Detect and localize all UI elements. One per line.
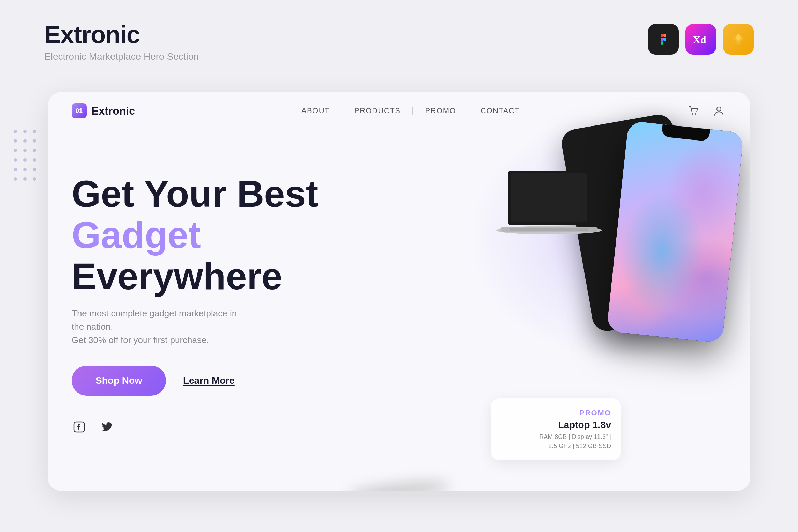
learn-more-button[interactable]: Learn More xyxy=(183,375,235,386)
twitter-icon[interactable] xyxy=(99,419,114,434)
promo-specs: RAM 8GB | Display 11.6" | 2.5 GHz | 512 … xyxy=(501,432,611,451)
hero-card: 01 Extronic ABOUT PRODUCTS PROMO CONTACT xyxy=(48,92,750,491)
facebook-icon[interactable] xyxy=(72,419,87,434)
promo-product: Laptop 1.8v xyxy=(501,419,611,430)
nav-logo-icon: 01 xyxy=(72,103,87,118)
nav-link-promo[interactable]: PROMO xyxy=(413,106,468,115)
dot-grid-decoration xyxy=(14,130,36,181)
hero-line1: Get Your Best xyxy=(72,173,318,215)
brand-subtitle: Electronic Marketplace Hero Section xyxy=(44,51,199,62)
hero-headline: Get Your Best Gadget Everywhere xyxy=(72,173,379,297)
hero-line2-rest: Everywhere xyxy=(72,255,282,297)
svg-rect-3 xyxy=(661,41,663,45)
svg-point-10 xyxy=(717,107,721,111)
top-bar: Extronic Electronic Marketplace Hero Sec… xyxy=(0,20,798,62)
nav-logo: 01 Extronic xyxy=(72,103,135,118)
hero-subtext: The most complete gadget marketplace in … xyxy=(72,307,242,347)
brand-title: Extronic xyxy=(44,20,199,48)
social-icons xyxy=(72,419,750,434)
marble-swirl xyxy=(607,121,744,343)
promo-card: PROMO Laptop 1.8v RAM 8GB | Display 11.6… xyxy=(491,398,621,460)
nav-link-about[interactable]: ABOUT xyxy=(289,106,342,115)
xd-icon: Xd xyxy=(685,24,716,55)
card-nav: 01 Extronic ABOUT PRODUCTS PROMO CONTACT xyxy=(48,92,750,130)
svg-rect-2 xyxy=(661,38,663,41)
nav-logo-text: Extronic xyxy=(91,105,135,117)
svg-point-4 xyxy=(663,38,666,41)
user-icon[interactable] xyxy=(711,103,726,118)
svg-rect-1 xyxy=(663,34,666,37)
nav-links: ABOUT PRODUCTS PROMO CONTACT xyxy=(289,106,532,115)
phone-screen xyxy=(607,121,744,343)
svg-rect-0 xyxy=(661,34,663,37)
nav-link-products[interactable]: PRODUCTS xyxy=(342,106,413,115)
svg-rect-16 xyxy=(510,228,588,231)
hero-accent: Gadget xyxy=(72,214,201,256)
tool-icons: Xd xyxy=(648,24,754,55)
svg-text:Xd: Xd xyxy=(693,34,706,45)
sketch-icon xyxy=(723,24,754,55)
svg-rect-13 xyxy=(511,173,587,222)
hero-buttons: Shop Now Learn More xyxy=(72,366,750,396)
shop-now-button[interactable]: Shop Now xyxy=(72,366,166,396)
phone-front xyxy=(607,121,744,343)
nav-link-contact[interactable]: CONTACT xyxy=(468,106,532,115)
svg-point-8 xyxy=(692,113,693,115)
laptop-image xyxy=(491,167,607,249)
cart-icon[interactable] xyxy=(686,103,701,118)
nav-actions xyxy=(686,103,726,118)
brand-area: Extronic Electronic Marketplace Hero Sec… xyxy=(44,20,199,62)
figma-icon xyxy=(648,24,679,55)
svg-point-9 xyxy=(695,113,696,115)
promo-label: PROMO xyxy=(501,409,611,417)
